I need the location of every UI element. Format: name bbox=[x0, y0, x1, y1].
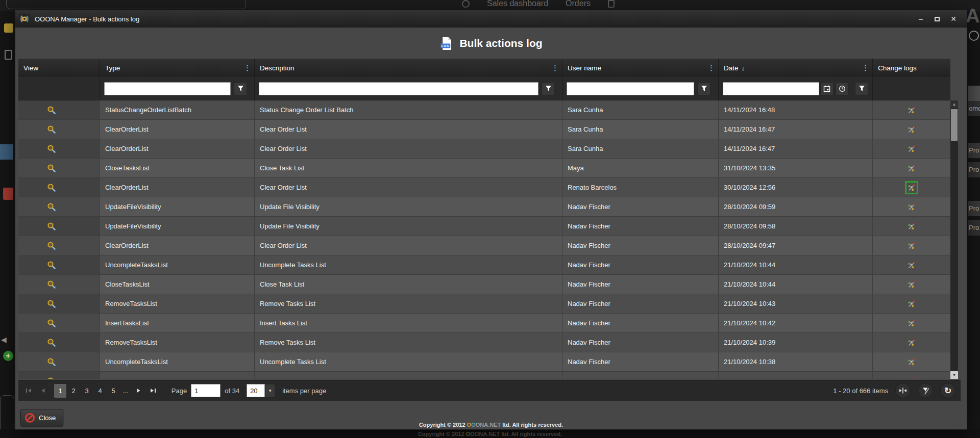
change-logs-button[interactable] bbox=[905, 355, 918, 369]
background-fragment bbox=[5, 50, 12, 60]
change-logs-button[interactable] bbox=[905, 278, 918, 291]
type-cell: ClearOrderList bbox=[100, 236, 255, 255]
view-details-button[interactable] bbox=[45, 104, 58, 117]
change-logs-button[interactable] bbox=[905, 181, 918, 194]
page-number-input[interactable] bbox=[191, 384, 220, 397]
change-logs-button[interactable] bbox=[905, 220, 918, 233]
background-nav-item: Orders bbox=[566, 0, 591, 8]
view-details-button[interactable] bbox=[45, 278, 58, 291]
view-details-button[interactable] bbox=[45, 142, 58, 156]
date-cell: 30/10/2024 12:56 bbox=[719, 178, 873, 197]
change-logs-button[interactable] bbox=[905, 259, 918, 272]
view-cell bbox=[18, 333, 100, 352]
view-details-button[interactable] bbox=[45, 336, 58, 349]
refresh-icon: ↻ bbox=[944, 385, 951, 396]
change-logs-button[interactable] bbox=[905, 336, 918, 349]
date-filter-input[interactable] bbox=[723, 82, 819, 95]
user-name-filter-button[interactable] bbox=[697, 82, 710, 95]
items-per-page-label: items per page bbox=[282, 387, 326, 395]
type-filter-input[interactable] bbox=[104, 82, 231, 95]
column-header-type[interactable]: Type ⋮ bbox=[100, 59, 255, 77]
page-size-select[interactable]: 20 ▼ bbox=[247, 384, 275, 397]
view-details-button[interactable] bbox=[45, 259, 58, 272]
first-page-button[interactable] bbox=[21, 383, 36, 398]
type-filter-button[interactable] bbox=[234, 82, 247, 95]
clear-filters-button[interactable] bbox=[918, 383, 933, 398]
scrollbar-thumb[interactable] bbox=[951, 109, 958, 141]
desktop-background: Sales dashboard Orders A omo Pro Pro Pro… bbox=[0, 0, 980, 438]
change-logs-icon bbox=[907, 202, 916, 212]
view-details-button[interactable] bbox=[45, 162, 58, 175]
change-logs-button[interactable] bbox=[905, 142, 918, 156]
next-page-button[interactable] bbox=[132, 383, 146, 398]
close-window-button[interactable]: ✕ bbox=[945, 12, 962, 25]
column-header-description[interactable]: Description ⋮ bbox=[255, 59, 562, 77]
table-row: RemoveTasksList Remove Tasks List Nadav … bbox=[18, 333, 950, 352]
view-details-button[interactable] bbox=[45, 181, 58, 194]
description-cell: Close Task List bbox=[255, 159, 562, 177]
column-header-date[interactable]: Date ↓ ⋮ bbox=[719, 59, 873, 77]
dropdown-arrow-icon[interactable]: ▼ bbox=[265, 384, 275, 397]
page-number-button[interactable]: 2 bbox=[67, 384, 80, 398]
page-number-button[interactable]: 4 bbox=[94, 384, 106, 398]
column-menu-icon[interactable]: ⋮ bbox=[862, 65, 869, 71]
date-picker-button[interactable] bbox=[820, 82, 834, 95]
scroll-down-button[interactable]: ▼ bbox=[950, 371, 958, 379]
vertical-scrollbar[interactable]: ▲ ▼ bbox=[950, 100, 958, 379]
minimize-button[interactable]: – bbox=[913, 12, 929, 25]
background-row-fragment: Pro bbox=[968, 220, 980, 236]
change-logs-button[interactable] bbox=[905, 162, 918, 175]
date-cell: 21/10/2024 10:39 bbox=[719, 333, 873, 352]
date-cell: 28/10/2024 09:58 bbox=[719, 217, 873, 236]
refresh-button[interactable]: ↻ bbox=[940, 383, 955, 398]
page-number-button[interactable]: 3 bbox=[81, 384, 93, 398]
column-header-user-name[interactable]: User name ⋮ bbox=[562, 59, 719, 77]
change-logs-button[interactable] bbox=[905, 297, 918, 311]
view-details-button[interactable] bbox=[45, 200, 58, 214]
funnel-icon bbox=[859, 85, 865, 92]
filter-cell-change-logs bbox=[873, 77, 950, 100]
view-details-button[interactable] bbox=[45, 220, 58, 233]
column-menu-icon[interactable]: ⋮ bbox=[707, 65, 715, 71]
date-filter-button[interactable] bbox=[855, 82, 868, 95]
view-details-button[interactable] bbox=[45, 375, 58, 379]
change-logs-button[interactable] bbox=[905, 123, 918, 136]
view-details-button[interactable] bbox=[45, 355, 58, 369]
change-logs-button[interactable] bbox=[905, 375, 918, 379]
fit-columns-icon bbox=[899, 387, 907, 394]
background-row-fragment: omo bbox=[968, 101, 980, 116]
scroll-up-button[interactable]: ▲ bbox=[950, 100, 958, 108]
page-number-button[interactable]: 5 bbox=[107, 384, 119, 398]
user-name-filter-input[interactable] bbox=[567, 82, 694, 95]
change-logs-button[interactable] bbox=[905, 104, 918, 117]
user-name-cell: Nadav Fischer bbox=[562, 372, 719, 379]
description-cell: Remove Tasks List bbox=[255, 294, 562, 313]
magnifier-icon bbox=[47, 319, 56, 328]
page-number-button[interactable]: 1 bbox=[54, 384, 66, 398]
column-menu-icon[interactable]: ⋮ bbox=[243, 65, 251, 71]
view-details-button[interactable] bbox=[45, 297, 58, 311]
last-page-button[interactable] bbox=[146, 383, 160, 398]
view-details-button[interactable] bbox=[45, 239, 58, 252]
view-details-button[interactable] bbox=[45, 123, 58, 136]
column-menu-icon[interactable]: ⋮ bbox=[551, 65, 559, 71]
description-filter-input[interactable] bbox=[259, 82, 538, 95]
time-picker-button[interactable] bbox=[836, 82, 849, 95]
fit-columns-button[interactable] bbox=[895, 383, 911, 398]
previous-page-button[interactable] bbox=[36, 383, 50, 398]
view-details-button[interactable] bbox=[45, 317, 58, 330]
magnifier-icon bbox=[47, 222, 56, 231]
description-filter-button[interactable] bbox=[542, 82, 555, 95]
change-logs-button[interactable] bbox=[905, 317, 918, 330]
maximize-button[interactable] bbox=[929, 12, 945, 25]
view-cell bbox=[18, 372, 100, 379]
view-cell bbox=[18, 352, 100, 371]
page-ellipsis-button[interactable]: ... bbox=[123, 387, 129, 395]
table-row: UncompleteTasksList Uncomplete Tasks Lis… bbox=[18, 255, 950, 275]
change-logs-button[interactable] bbox=[905, 200, 918, 214]
change-logs-cell bbox=[873, 100, 950, 119]
change-logs-icon bbox=[907, 377, 916, 379]
change-logs-button[interactable] bbox=[905, 239, 918, 252]
type-cell: InsertTasksList bbox=[100, 314, 255, 332]
type-cell: RemoveTasksList bbox=[100, 294, 255, 313]
